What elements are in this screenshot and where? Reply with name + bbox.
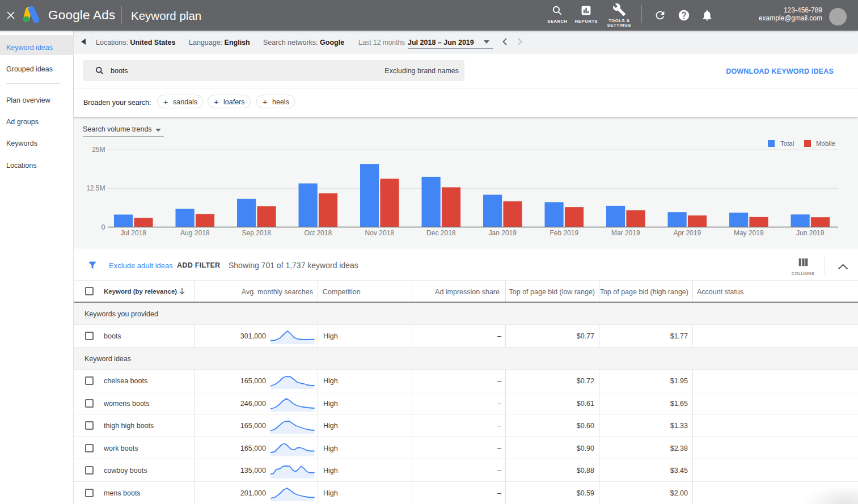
svg-text:Apr 2019: Apr 2019 [673, 229, 701, 237]
svg-text:Oct 2018: Oct 2018 [304, 229, 332, 237]
svg-text:Dec 2018: Dec 2018 [426, 229, 456, 237]
svg-text:25M: 25M [92, 146, 105, 154]
svg-text:Aug 2018: Aug 2018 [180, 229, 210, 237]
svg-text:Jan 2019: Jan 2019 [489, 229, 517, 237]
svg-text:0: 0 [102, 223, 105, 231]
svg-text:Mar 2019: Mar 2019 [611, 229, 640, 237]
svg-text:Nov 2018: Nov 2018 [365, 229, 395, 237]
svg-text:Jul 2018: Jul 2018 [121, 229, 147, 237]
svg-text:12.5M: 12.5M [86, 184, 105, 192]
svg-text:Jun 2019: Jun 2019 [796, 229, 825, 237]
svg-text:May 2019: May 2019 [734, 229, 764, 237]
svg-text:Sep 2018: Sep 2018 [242, 229, 272, 237]
svg-text:Feb 2019: Feb 2019 [550, 229, 578, 237]
